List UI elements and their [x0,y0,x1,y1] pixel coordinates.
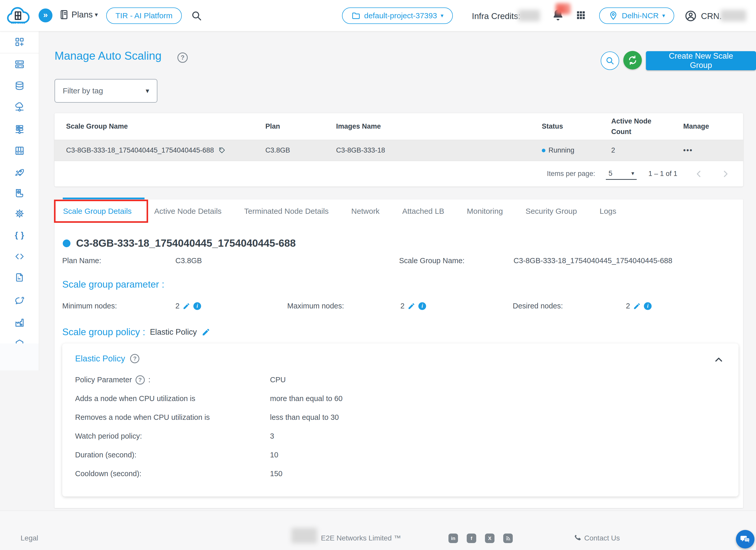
edit-pencil-icon[interactable] [202,328,210,337]
previous-page-icon[interactable] [694,169,704,179]
sidebar-bottom-overlay [0,344,39,371]
info-icon[interactable]: i [193,302,201,310]
contact-us-link[interactable]: Contact Us [584,534,620,542]
help-icon[interactable]: ? [130,354,139,363]
storage-grid-icon [14,146,25,156]
dashboard-icon [14,37,25,47]
project-selector[interactable]: default-project-37393 ▾ [342,7,453,24]
page-title: Manage Auto Scaling [55,49,161,62]
scale-down-rule-label: Removes a node when CPU utilization is [75,413,210,422]
global-search-icon[interactable] [191,10,202,23]
legal-link[interactable]: Legal [21,534,38,542]
linkedin-icon[interactable]: in [448,534,458,543]
sidebar-navigation: { } [0,31,39,371]
plans-menu[interactable]: Plans ▾ [59,9,98,20]
create-scale-group-button[interactable]: Create New Scale Group [646,51,756,70]
chat-widget-button[interactable] [736,530,754,548]
tab-network[interactable]: Network [351,207,380,215]
row-active-node-count: 2 [611,146,683,154]
code-brackets-icon [14,251,25,261]
sidebar-item-factory[interactable] [14,318,25,328]
tab-terminated-node-details[interactable]: Terminated Node Details [244,207,329,215]
filter-by-tag-select[interactable]: Filter by tag ▾ [55,79,157,103]
minimum-nodes-label: Minimum nodes: [62,302,172,310]
policy-row: Removes a node when CPU utilization is l… [62,408,739,427]
apps-grid-icon[interactable] [576,10,586,21]
notification-badge-redacted [555,3,571,14]
items-per-page-value: 5 [608,169,612,177]
sidebar-item-database[interactable] [14,80,25,91]
policy-name: Elastic Policy [150,328,197,337]
watch-period-value: 3 [270,432,739,440]
scale-group-name-value: C3-8GB-333-18_1754040445_1754040445-688 [514,256,672,265]
chevron-down-icon: ▾ [146,87,149,94]
next-page-icon[interactable] [721,169,730,179]
e2e-cloud-logo[interactable]: E2E Cloud [6,3,30,28]
info-icon[interactable]: i [644,302,652,310]
elastic-policy-title: Elastic Policy [75,354,125,364]
scale-up-rule-label: Adds a node when CPU utilization is [75,394,195,403]
detail-title-row: C3-8GB-333-18_1754040445_1754040445-688 [63,237,296,249]
col-header-plan: Plan [265,121,336,132]
sidebar-item-dashboard[interactable] [14,37,25,47]
edit-pencil-icon[interactable] [633,302,641,310]
scale-group-policy-heading: Scale group policy : [62,327,145,338]
sidebar-expand-button[interactable]: » [39,8,52,22]
scale-group-parameter-heading: Scale group parameter : [62,279,164,290]
chevron-up-icon [713,354,724,366]
refresh-button[interactable] [623,51,642,69]
facebook-icon[interactable]: f [467,534,476,543]
sidebar-item-cloud-network[interactable] [14,102,25,113]
sidebar-item-billing[interactable] [14,188,25,198]
plan-name-label: Plan Name: [62,256,175,265]
collapse-panel-button[interactable] [713,354,724,367]
policy-parameter-label-suffix: : [148,376,150,384]
row-manage-menu-icon[interactable]: ••• [683,146,743,154]
tir-ai-platform-button[interactable]: TIR - AI Platform [106,7,182,24]
crn-value-redacted [721,10,746,21]
company-name: E2E Networks Limited ™ [321,534,401,542]
sidebar-item-api[interactable]: { } [14,230,25,240]
sidebar-item-node-server[interactable] [14,124,25,134]
infra-credits-label: Infra Credits: [472,11,520,21]
desired-nodes-value: 2 [626,302,630,310]
sidebar-item-compute[interactable] [14,59,25,69]
social-links: in f X [448,534,513,543]
row-image-name: C3-8GB-333-18 [336,146,542,154]
chevron-down-icon: ▾ [631,170,634,176]
tab-monitoring[interactable]: Monitoring [467,207,503,215]
edit-pencil-icon[interactable] [408,302,415,310]
edit-tag-icon[interactable] [219,147,226,154]
plans-board-icon [59,9,69,20]
logo-label: E2E Cloud [6,21,30,24]
sidebar-item-storage[interactable] [14,146,25,156]
sidebar-item-documents[interactable] [14,272,25,283]
tab-active-node-details[interactable]: Active Node Details [154,207,222,215]
table-row[interactable]: C3-8GB-333-18_1754040445_1754040445-688 … [55,140,743,161]
x-twitter-icon[interactable]: X [485,534,494,543]
edit-pencil-icon[interactable] [183,302,190,310]
minimum-nodes-field: Minimum nodes: 2 i [62,302,201,310]
items-per-page-select[interactable]: 5 ▾ [606,168,637,180]
tab-logs[interactable]: Logs [600,207,616,215]
annotation-highlight-box [54,200,148,223]
crn-label: CRN. [701,11,722,21]
sidebar-item-support[interactable] [14,296,25,306]
info-icon[interactable]: i [418,302,426,310]
settings-gear-icon [14,208,25,219]
rss-icon[interactable] [503,534,513,543]
tab-attached-lb[interactable]: Attached LB [402,207,444,215]
compute-rack-icon [14,59,25,69]
user-avatar-icon[interactable] [685,10,697,23]
tab-security-group[interactable]: Security Group [526,207,577,215]
help-icon[interactable]: ? [136,375,145,385]
region-selector[interactable]: Delhi-NCR ▾ [599,7,674,24]
sidebar-item-code[interactable] [14,251,25,261]
cooldown-label: Cooldown (second): [75,470,141,478]
sidebar-item-settings[interactable] [14,208,25,219]
sidebar-item-launch[interactable] [14,167,25,177]
table-search-button[interactable] [601,51,619,70]
duration-value: 10 [270,451,739,459]
node-server-icon [14,124,25,134]
page-help-icon[interactable]: ? [177,52,188,63]
